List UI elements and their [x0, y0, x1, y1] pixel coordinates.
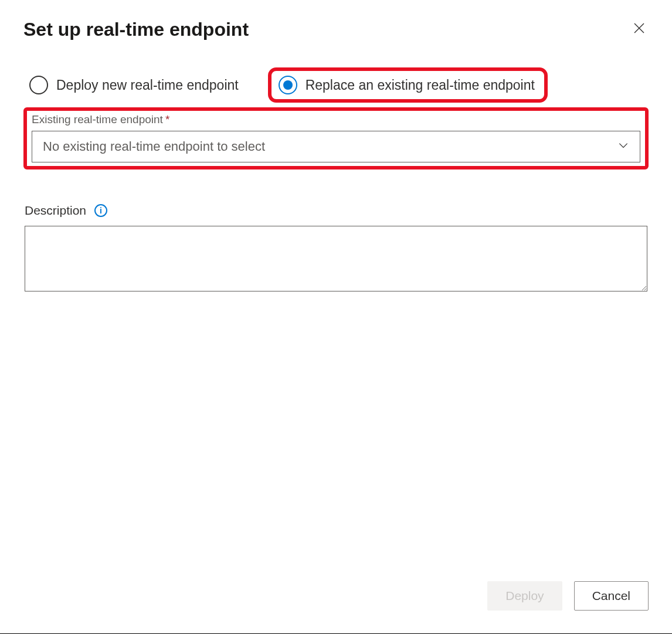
setup-endpoint-dialog: Set up real-time endpoint Deploy new rea…	[0, 0, 672, 634]
description-field: Description i	[23, 204, 649, 294]
radio-dot-icon	[283, 80, 293, 90]
chevron-down-icon	[617, 140, 629, 154]
radio-icon-selected	[279, 76, 297, 94]
radio-deploy-new-label: Deploy new real-time endpoint	[56, 77, 239, 93]
description-label-row: Description i	[25, 204, 647, 218]
required-marker: *	[165, 113, 169, 126]
dialog-footer: Deploy Cancel	[23, 567, 649, 634]
radio-icon	[29, 76, 48, 94]
description-textarea[interactable]	[25, 226, 647, 291]
deployment-mode-radio-group: Deploy new real-time endpoint Replace an…	[23, 67, 649, 103]
close-button[interactable]	[630, 19, 649, 39]
existing-endpoint-label: Existing real-time endpoint	[32, 113, 163, 126]
radio-replace-existing-label: Replace an existing real-time endpoint	[306, 77, 535, 93]
radio-replace-existing[interactable]: Replace an existing real-time endpoint	[268, 67, 548, 103]
existing-endpoint-dropdown[interactable]: No existing real-time endpoint to select	[32, 131, 640, 162]
existing-endpoint-dropdown-placeholder: No existing real-time endpoint to select	[43, 139, 265, 154]
radio-deploy-new[interactable]: Deploy new real-time endpoint	[23, 72, 245, 98]
cancel-button[interactable]: Cancel	[574, 581, 649, 611]
deploy-button[interactable]: Deploy	[487, 581, 562, 611]
close-icon	[632, 28, 646, 37]
dialog-header: Set up real-time endpoint	[23, 19, 649, 40]
info-icon[interactable]: i	[94, 204, 107, 217]
description-label: Description	[25, 204, 86, 218]
existing-endpoint-label-row: Existing real-time endpoint *	[32, 113, 640, 126]
existing-endpoint-field: Existing real-time endpoint * No existin…	[23, 107, 649, 169]
dialog-title: Set up real-time endpoint	[23, 19, 249, 40]
